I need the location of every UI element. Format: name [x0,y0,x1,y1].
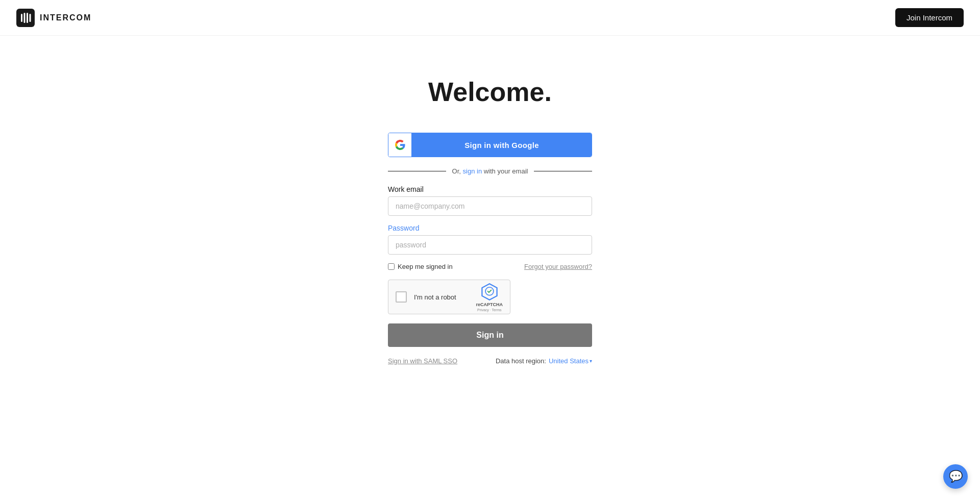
logo-text: INTERCOM [40,13,91,22]
recaptcha-logo-area: reCAPTCHA Privacy · Terms [476,283,503,312]
remember-left: Keep me signed in [388,263,453,270]
intercom-logo-icon [16,9,35,27]
chevron-down-icon: ▾ [590,358,592,364]
recaptcha-label: I'm not a robot [414,293,469,301]
forgot-password-link[interactable]: Forgot your password? [524,263,592,270]
region-label: United States [549,357,589,365]
recaptcha-icon [480,283,499,301]
email-label: Work email [388,185,592,193]
google-icon-box [388,133,412,157]
welcome-title: Welcome. [428,77,552,107]
remember-me-checkbox[interactable] [388,263,395,270]
email-input[interactable] [388,196,592,216]
recaptcha-checkbox[interactable] [396,291,407,303]
recaptcha-brand: reCAPTCHA [476,302,503,307]
password-label: Password [388,224,592,232]
data-host-label: Data host region: [496,357,546,365]
data-host-region: Data host region: United States ▾ [496,357,592,365]
chat-icon: 💬 [949,471,963,482]
logo-container: INTERCOM [16,9,91,27]
join-intercom-button[interactable]: Join Intercom [895,8,964,27]
divider-line-right [534,171,592,172]
remember-me-label: Keep me signed in [398,263,453,270]
signin-button[interactable]: Sign in [388,323,592,347]
divider: Or, sign in with your email [388,167,592,175]
header: INTERCOM Join Intercom [0,0,980,36]
svg-rect-3 [27,13,28,23]
password-field-group: Password [388,224,592,255]
region-selector[interactable]: United States ▾ [549,357,592,365]
svg-rect-0 [16,9,35,27]
signin-link[interactable]: sign in [463,167,482,175]
saml-sso-link[interactable]: Sign in with SAML SSO [388,357,457,365]
divider-line-left [388,171,446,172]
divider-text: Or, sign in with your email [452,167,528,175]
recaptcha-links: Privacy · Terms [477,308,502,312]
svg-rect-2 [24,13,26,23]
chat-bubble[interactable]: 💬 [943,464,968,489]
main-content: Welcome. Sign in with Google Or, sign in… [0,36,980,365]
svg-rect-4 [30,14,31,22]
password-input[interactable] [388,235,592,255]
email-field-group: Work email [388,185,592,216]
google-signin-button[interactable]: Sign in with Google [388,133,592,157]
remember-row: Keep me signed in Forgot your password? [388,263,592,270]
google-signin-label: Sign in with Google [412,133,592,157]
form-container: Sign in with Google Or, sign in with you… [388,133,592,365]
bottom-row: Sign in with SAML SSO Data host region: … [388,357,592,365]
svg-rect-1 [21,14,22,22]
recaptcha-widget[interactable]: I'm not a robot reCAPTCHA Privacy · Term… [388,280,510,314]
google-g-icon [395,140,405,150]
